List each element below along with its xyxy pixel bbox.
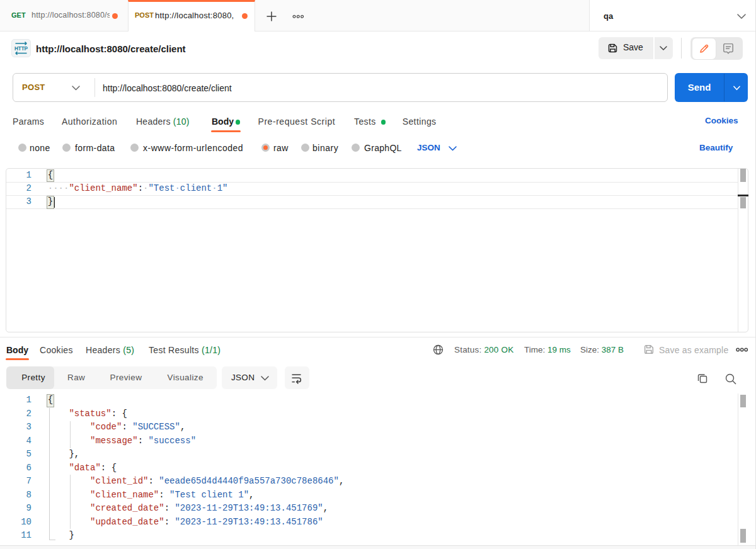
svg-text:HTTP: HTTP [14,46,28,52]
